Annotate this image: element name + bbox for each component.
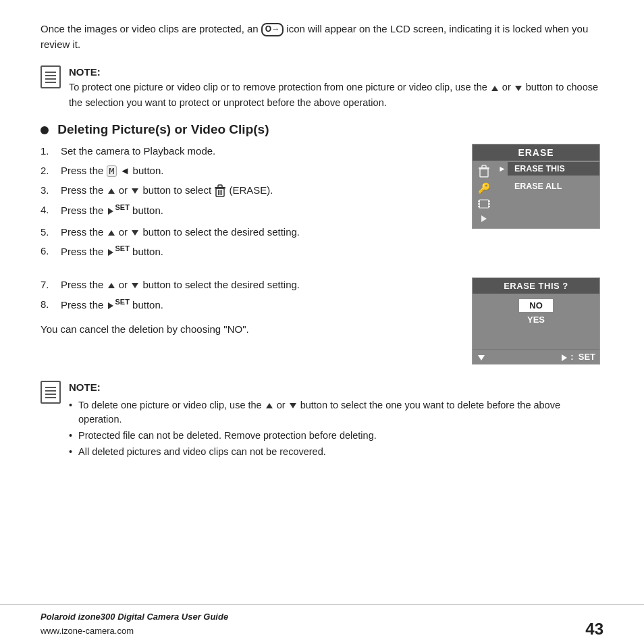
erase-options-col: ► ERASE THIS ► ERASE ALL <box>495 161 599 228</box>
step-num: 2. <box>41 163 55 178</box>
step-num: 8. <box>41 297 55 313</box>
svg-rect-8 <box>482 165 486 168</box>
tri-right-icon <box>108 249 113 256</box>
step-text: Press the SET button. <box>61 297 458 313</box>
step-text: Press the or button to select the desire… <box>61 277 458 292</box>
panel-film-icon <box>478 198 490 209</box>
erase-this-yes: YES <box>478 313 594 326</box>
note1-icon <box>41 65 61 88</box>
second-section: 7. Press the or button to select the des… <box>41 277 603 365</box>
step-num: 5. <box>41 225 55 240</box>
brand-line1: Polaroid izone300 Digital Camera User Gu… <box>41 610 228 624</box>
tri-right-icon <box>108 208 113 215</box>
erase-this-panel-col: ERASE THIS ? NO YES : SET <box>472 277 603 365</box>
note2-bullet-2: Protected file can not be deleted. Remov… <box>69 429 603 444</box>
note2-icon <box>41 381 61 404</box>
svg-rect-13 <box>488 200 490 202</box>
note2-bullet-3: All deleted pictures and video clips can… <box>69 445 603 460</box>
erase-panel: ERASE 🔑 <box>472 144 600 229</box>
step-7: 7. Press the or button to select the des… <box>41 277 458 292</box>
step-text: Press the or button to select <box>61 183 458 198</box>
step-1: 1. Set the camera to Playback mode. <box>41 144 458 159</box>
step-num: 7. <box>41 277 55 292</box>
tri-up-icon <box>491 86 498 91</box>
step-6: 6. Press the SET button. <box>41 244 458 259</box>
note-line <box>45 397 56 398</box>
tri-down-white-icon <box>478 355 485 360</box>
page-number: 43 <box>585 620 603 639</box>
m-key-icon: M <box>107 165 117 177</box>
note-line <box>45 75 56 76</box>
tri-down-icon <box>132 188 138 194</box>
erase-side-icons: 🔑 <box>473 161 495 228</box>
footer-brand: Polaroid izone300 Digital Camera User Gu… <box>41 610 228 639</box>
section-header: Deleting Picture(s) or Video Clip(s) <box>41 122 603 137</box>
section-title: Deleting Picture(s) or Video Clip(s) <box>57 122 269 136</box>
bullet-dot-icon <box>41 126 49 134</box>
tri-up-icon <box>108 188 115 194</box>
erase-all-option: ERASE ALL <box>508 180 599 193</box>
set-label: SET <box>115 298 130 306</box>
tri-right-white-icon <box>562 354 567 361</box>
svg-rect-9 <box>479 200 489 208</box>
note1-content: NOTE: To protect one picture or video cl… <box>69 64 603 110</box>
steps-col: 1. Set the camera to Playback mode. 2. P… <box>41 144 458 264</box>
tri-up-icon <box>108 230 115 236</box>
erase-panel-header: ERASE <box>473 144 599 161</box>
steps-7-8: 7. Press the or button to select the des… <box>41 277 458 313</box>
key-icon: O→ <box>261 23 284 36</box>
note-line <box>45 78 56 80</box>
svg-rect-2 <box>218 185 222 188</box>
step-text: Press the M ◄ button. <box>61 163 458 178</box>
note-lines <box>45 387 56 398</box>
note2-bullet-list: To delete one picture or video clip, use… <box>69 398 603 460</box>
erase-panel-col: ERASE 🔑 <box>472 144 603 264</box>
tri-down-icon <box>132 283 138 288</box>
note2-box: NOTE: To delete one picture or video cli… <box>41 379 603 460</box>
intro-paragraph: Once the images or video clips are prote… <box>41 22 603 52</box>
erase-this-panel: ERASE THIS ? NO YES : SET <box>472 277 600 365</box>
note2-content: NOTE: To delete one picture or video cli… <box>69 379 603 460</box>
tri-right-icon <box>108 302 113 309</box>
set-label: SET <box>115 203 130 211</box>
note1-label: NOTE: <box>69 66 101 78</box>
erase-option-row2: ► ERASE ALL <box>495 178 599 194</box>
brand-line2: www.izone-camera.com <box>41 624 228 639</box>
erase-this-option: ERASE THIS <box>508 162 599 176</box>
erase-this-spacer <box>478 329 594 349</box>
erase-panel-spacer <box>495 194 599 227</box>
step-num: 3. <box>41 183 55 198</box>
panel-arrow-icon <box>479 213 489 224</box>
erase-this-no: NO <box>519 299 553 312</box>
second-left: 7. Press the or button to select the des… <box>41 277 458 365</box>
svg-rect-14 <box>488 203 490 205</box>
note2-label: NOTE: <box>69 381 101 393</box>
step-text: Press the SET button. <box>61 203 458 218</box>
note-line <box>45 82 56 83</box>
footer-set-label: : SET <box>560 352 595 362</box>
main-content: 1. Set the camera to Playback mode. 2. P… <box>41 144 603 264</box>
tri-down-icon <box>515 86 522 91</box>
brand-name: Polaroid izone300 Digital Camera User Gu… <box>41 612 228 622</box>
step-num: 4. <box>41 203 55 218</box>
step-num: 6. <box>41 244 55 259</box>
trash-svg-icon <box>214 184 226 198</box>
note2-bullet-1: To delete one picture or video clip, use… <box>69 398 603 428</box>
erase-this-footer: : SET <box>473 349 599 364</box>
step-text: Set the camera to Playback mode. <box>61 144 458 159</box>
tri-down-icon <box>290 403 296 408</box>
step-2: 2. Press the M ◄ button. <box>41 163 458 178</box>
svg-marker-16 <box>481 215 487 222</box>
erase-this-header: ERASE THIS ? <box>473 278 599 294</box>
page-footer: Polaroid izone300 Digital Camera User Gu… <box>0 604 644 644</box>
step-3: 3. Press the or button to select <box>41 183 458 198</box>
svg-rect-12 <box>478 206 480 207</box>
step-num: 1. <box>41 144 55 159</box>
note-line <box>45 72 56 73</box>
erase-this-body: NO YES <box>473 294 599 349</box>
tri-down-icon <box>132 230 138 236</box>
cancel-text: You can cancel the deletion by choosing … <box>41 322 458 338</box>
tri-up-icon <box>266 403 273 408</box>
step-text: Press the SET button. <box>61 244 458 259</box>
svg-rect-11 <box>478 203 480 205</box>
